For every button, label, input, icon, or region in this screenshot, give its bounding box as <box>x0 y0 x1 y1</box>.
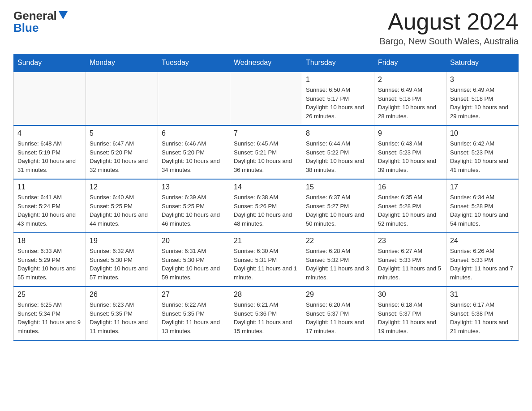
day-info: Sunrise: 6:45 AMSunset: 5:21 PMDaylight:… <box>234 139 298 174</box>
calendar-day-header: Thursday <box>302 54 374 72</box>
month-title: August 2024 <box>379 9 519 34</box>
calendar-cell: 25Sunrise: 6:25 AMSunset: 5:34 PMDayligh… <box>14 287 86 340</box>
calendar-cell: 23Sunrise: 6:27 AMSunset: 5:33 PMDayligh… <box>374 233 446 287</box>
calendar-cell: 20Sunrise: 6:31 AMSunset: 5:30 PMDayligh… <box>158 233 230 287</box>
calendar-cell: 10Sunrise: 6:42 AMSunset: 5:23 PMDayligh… <box>446 125 519 179</box>
day-number: 12 <box>90 183 154 191</box>
day-info: Sunrise: 6:31 AMSunset: 5:30 PMDaylight:… <box>162 247 226 282</box>
day-number: 22 <box>306 237 370 245</box>
day-info: Sunrise: 6:44 AMSunset: 5:22 PMDaylight:… <box>306 139 370 174</box>
day-number: 27 <box>162 291 226 299</box>
calendar-day-header: Tuesday <box>158 54 230 72</box>
day-info: Sunrise: 6:35 AMSunset: 5:28 PMDaylight:… <box>378 193 442 228</box>
calendar-cell: 30Sunrise: 6:18 AMSunset: 5:37 PMDayligh… <box>374 287 446 340</box>
day-number: 4 <box>17 129 82 137</box>
day-number: 14 <box>234 183 298 191</box>
day-info: Sunrise: 6:30 AMSunset: 5:31 PMDaylight:… <box>234 247 298 282</box>
day-info: Sunrise: 6:33 AMSunset: 5:29 PMDaylight:… <box>17 247 82 282</box>
calendar-cell: 7Sunrise: 6:45 AMSunset: 5:21 PMDaylight… <box>230 125 302 179</box>
day-info: Sunrise: 6:49 AMSunset: 5:18 PMDaylight:… <box>450 86 515 120</box>
day-info: Sunrise: 6:40 AMSunset: 5:25 PMDaylight:… <box>90 193 154 228</box>
calendar-day-header: Wednesday <box>230 54 302 72</box>
day-info: Sunrise: 6:21 AMSunset: 5:36 PMDaylight:… <box>234 300 298 335</box>
day-number: 10 <box>450 129 515 137</box>
day-number: 9 <box>378 129 442 137</box>
day-info: Sunrise: 6:28 AMSunset: 5:32 PMDaylight:… <box>306 247 370 282</box>
day-info: Sunrise: 6:49 AMSunset: 5:18 PMDaylight:… <box>378 86 442 120</box>
day-info: Sunrise: 6:46 AMSunset: 5:20 PMDaylight:… <box>162 139 226 174</box>
calendar-cell: 28Sunrise: 6:21 AMSunset: 5:36 PMDayligh… <box>230 287 302 340</box>
day-info: Sunrise: 6:43 AMSunset: 5:23 PMDaylight:… <box>378 139 442 174</box>
day-number: 11 <box>17 183 82 191</box>
calendar-cell <box>14 72 86 125</box>
day-number: 8 <box>306 129 370 137</box>
day-info: Sunrise: 6:32 AMSunset: 5:30 PMDaylight:… <box>90 247 154 282</box>
day-info: Sunrise: 6:50 AMSunset: 5:17 PMDaylight:… <box>306 86 370 120</box>
day-info: Sunrise: 6:17 AMSunset: 5:38 PMDaylight:… <box>450 300 515 335</box>
calendar-cell: 1Sunrise: 6:50 AMSunset: 5:17 PMDaylight… <box>302 72 374 125</box>
calendar-day-header: Monday <box>86 54 158 72</box>
location-title: Bargo, New South Wales, Australia <box>379 36 519 47</box>
page-header: General Blue August 2024 Bargo, New Sout… <box>13 9 519 47</box>
day-info: Sunrise: 6:22 AMSunset: 5:35 PMDaylight:… <box>162 300 226 335</box>
calendar-cell <box>158 72 230 125</box>
calendar-cell: 21Sunrise: 6:30 AMSunset: 5:31 PMDayligh… <box>230 233 302 287</box>
day-number: 25 <box>17 291 82 299</box>
day-number: 20 <box>162 237 226 245</box>
day-number: 23 <box>378 237 442 245</box>
day-info: Sunrise: 6:38 AMSunset: 5:26 PMDaylight:… <box>234 193 298 228</box>
calendar-cell: 2Sunrise: 6:49 AMSunset: 5:18 PMDaylight… <box>374 72 446 125</box>
calendar-cell: 17Sunrise: 6:34 AMSunset: 5:28 PMDayligh… <box>446 179 519 233</box>
day-number: 24 <box>450 237 515 245</box>
logo-blue-text: Blue <box>13 21 39 35</box>
calendar-cell: 14Sunrise: 6:38 AMSunset: 5:26 PMDayligh… <box>230 179 302 233</box>
calendar-cell: 13Sunrise: 6:39 AMSunset: 5:25 PMDayligh… <box>158 179 230 233</box>
day-info: Sunrise: 6:18 AMSunset: 5:37 PMDaylight:… <box>378 300 442 335</box>
day-info: Sunrise: 6:25 AMSunset: 5:34 PMDaylight:… <box>17 300 82 335</box>
day-info: Sunrise: 6:26 AMSunset: 5:33 PMDaylight:… <box>450 247 515 282</box>
day-number: 2 <box>378 76 442 84</box>
calendar-week-row: 11Sunrise: 6:41 AMSunset: 5:24 PMDayligh… <box>14 179 519 233</box>
calendar-week-row: 1Sunrise: 6:50 AMSunset: 5:17 PMDaylight… <box>14 72 519 125</box>
calendar-cell: 15Sunrise: 6:37 AMSunset: 5:27 PMDayligh… <box>302 179 374 233</box>
calendar-cell: 29Sunrise: 6:20 AMSunset: 5:37 PMDayligh… <box>302 287 374 340</box>
day-number: 21 <box>234 237 298 245</box>
day-info: Sunrise: 6:23 AMSunset: 5:35 PMDaylight:… <box>90 300 154 335</box>
day-number: 30 <box>378 291 442 299</box>
day-info: Sunrise: 6:37 AMSunset: 5:27 PMDaylight:… <box>306 193 370 228</box>
day-info: Sunrise: 6:47 AMSunset: 5:20 PMDaylight:… <box>90 139 154 174</box>
calendar-cell: 3Sunrise: 6:49 AMSunset: 5:18 PMDaylight… <box>446 72 519 125</box>
calendar-cell: 5Sunrise: 6:47 AMSunset: 5:20 PMDaylight… <box>86 125 158 179</box>
logo-triangle-icon <box>59 11 68 19</box>
calendar-cell: 31Sunrise: 6:17 AMSunset: 5:38 PMDayligh… <box>446 287 519 340</box>
day-number: 26 <box>90 291 154 299</box>
calendar-cell: 27Sunrise: 6:22 AMSunset: 5:35 PMDayligh… <box>158 287 230 340</box>
calendar-cell <box>86 72 158 125</box>
day-number: 13 <box>162 183 226 191</box>
calendar-cell: 26Sunrise: 6:23 AMSunset: 5:35 PMDayligh… <box>86 287 158 340</box>
title-area: August 2024 Bargo, New South Wales, Aust… <box>379 9 519 47</box>
calendar-cell: 22Sunrise: 6:28 AMSunset: 5:32 PMDayligh… <box>302 233 374 287</box>
day-number: 28 <box>234 291 298 299</box>
day-number: 31 <box>450 291 515 299</box>
day-info: Sunrise: 6:20 AMSunset: 5:37 PMDaylight:… <box>306 300 370 335</box>
calendar-cell: 4Sunrise: 6:48 AMSunset: 5:19 PMDaylight… <box>14 125 86 179</box>
day-number: 7 <box>234 129 298 137</box>
calendar-header-row: SundayMondayTuesdayWednesdayThursdayFrid… <box>14 54 519 72</box>
calendar-week-row: 18Sunrise: 6:33 AMSunset: 5:29 PMDayligh… <box>14 233 519 287</box>
logo: General Blue <box>13 9 68 35</box>
day-number: 3 <box>450 76 515 84</box>
day-info: Sunrise: 6:41 AMSunset: 5:24 PMDaylight:… <box>17 193 82 228</box>
calendar-cell: 9Sunrise: 6:43 AMSunset: 5:23 PMDaylight… <box>374 125 446 179</box>
calendar-cell: 19Sunrise: 6:32 AMSunset: 5:30 PMDayligh… <box>86 233 158 287</box>
day-number: 1 <box>306 76 370 84</box>
day-info: Sunrise: 6:27 AMSunset: 5:33 PMDaylight:… <box>378 247 442 282</box>
calendar-cell: 24Sunrise: 6:26 AMSunset: 5:33 PMDayligh… <box>446 233 519 287</box>
day-number: 15 <box>306 183 370 191</box>
day-number: 16 <box>378 183 442 191</box>
day-number: 29 <box>306 291 370 299</box>
day-number: 6 <box>162 129 226 137</box>
day-info: Sunrise: 6:42 AMSunset: 5:23 PMDaylight:… <box>450 139 515 174</box>
calendar-cell: 11Sunrise: 6:41 AMSunset: 5:24 PMDayligh… <box>14 179 86 233</box>
day-number: 18 <box>17 237 82 245</box>
